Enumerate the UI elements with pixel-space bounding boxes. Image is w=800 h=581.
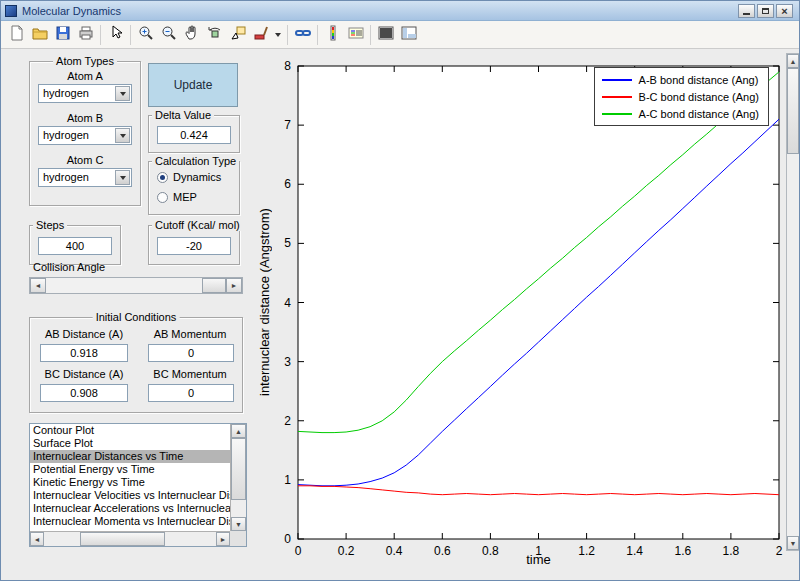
plot-list-item[interactable]: Internuclear Momenta vs Internuclear Dis… bbox=[30, 515, 230, 528]
dynamics-radio-label: Dynamics bbox=[173, 171, 221, 183]
y-tick-label: 3 bbox=[284, 355, 291, 369]
scrollbar-corner bbox=[230, 531, 246, 546]
ab-distance-input[interactable]: 0.918 bbox=[40, 344, 128, 362]
atom-a-label: Atom A bbox=[30, 70, 140, 82]
bc-distance-label: BC Distance (A) bbox=[34, 368, 134, 380]
plot-list-item[interactable]: Potential Energy vs Time bbox=[30, 463, 230, 476]
toolbar-rotate-3d-button[interactable] bbox=[203, 23, 226, 46]
atom-a-select[interactable]: hydrogen bbox=[38, 84, 132, 103]
chevron-down-icon bbox=[120, 176, 126, 180]
pan-icon bbox=[184, 25, 200, 45]
delta-value-panel: Delta Value 0.424 bbox=[148, 115, 240, 153]
scroll-up-button[interactable]: ▲ bbox=[231, 424, 246, 438]
plot-list-item[interactable]: Internuclear Accelerations vs Internucle… bbox=[30, 502, 230, 515]
initial-conditions-panel: Initial Conditions AB Distance (A) AB Mo… bbox=[29, 317, 243, 413]
plot-type-listbox: Contour PlotSurface PlotInternuclear Dis… bbox=[29, 423, 247, 547]
plot-legend[interactable]: A-B bond distance (Ang)B-C bond distance… bbox=[594, 67, 769, 126]
update-button[interactable]: Update bbox=[148, 63, 238, 107]
toolbar-separator bbox=[287, 25, 288, 45]
toolbar-separator bbox=[317, 25, 318, 45]
toolbar-link-plot-button[interactable] bbox=[291, 23, 314, 46]
scroll-left-button[interactable]: ◄ bbox=[30, 532, 44, 546]
plot-list-item[interactable]: Contour Plot bbox=[30, 424, 230, 437]
list-vertical-scrollbar[interactable]: ▲ ▼ bbox=[230, 424, 246, 531]
mep-radio-label: MEP bbox=[173, 191, 197, 203]
delta-value-title: Delta Value bbox=[152, 109, 214, 121]
collision-angle-slider[interactable]: ◄ ► bbox=[29, 277, 243, 294]
close-button[interactable]: × bbox=[776, 4, 793, 18]
toolbar-insert-colorbar-button[interactable] bbox=[321, 23, 344, 46]
atom-c-dropdown-button[interactable] bbox=[115, 170, 130, 185]
close-icon: × bbox=[781, 6, 787, 16]
chevron-down-icon bbox=[275, 33, 281, 37]
toolbar-print-figure-button[interactable] bbox=[74, 23, 97, 46]
minimize-button[interactable] bbox=[738, 4, 755, 18]
chevron-down-icon bbox=[120, 134, 126, 138]
mep-radio-row: MEP bbox=[157, 191, 197, 203]
scroll-thumb[interactable] bbox=[787, 68, 799, 154]
atom-c-value: hydrogen bbox=[43, 171, 89, 183]
toolbar-separator bbox=[100, 25, 101, 45]
bc-distance-input[interactable]: 0.908 bbox=[40, 384, 128, 402]
horizontal-scroll-thumb[interactable] bbox=[80, 532, 165, 546]
ab-momentum-input[interactable]: 0 bbox=[148, 344, 234, 362]
slider-thumb[interactable] bbox=[202, 278, 226, 293]
toolbar-insert-legend-button[interactable] bbox=[344, 23, 367, 46]
data-cursor-icon bbox=[230, 25, 246, 45]
restore-button[interactable] bbox=[757, 4, 774, 18]
list-horizontal-scrollbar[interactable]: ◄ ► bbox=[30, 531, 230, 546]
atom-c-select[interactable]: hydrogen bbox=[38, 168, 132, 187]
brush-dropdown-button[interactable] bbox=[272, 23, 284, 46]
open-file-icon bbox=[32, 25, 48, 45]
toolbar-show-plot-tools-button[interactable] bbox=[397, 23, 420, 46]
chevron-down-icon bbox=[120, 92, 126, 96]
atom-a-dropdown-button[interactable] bbox=[115, 86, 130, 101]
legend-entry: B-C bond distance (Ang) bbox=[602, 89, 759, 104]
atom-b-select[interactable]: hydrogen bbox=[38, 126, 132, 145]
plot-list-item[interactable]: Internuclear Distances vs Time bbox=[30, 450, 230, 463]
y-tick-label: 2 bbox=[284, 414, 291, 428]
link-plot-icon bbox=[295, 25, 311, 45]
steps-input[interactable]: 400 bbox=[38, 237, 112, 255]
toolbar-zoom-in-button[interactable] bbox=[134, 23, 157, 46]
plot-list-item[interactable]: Kinetic Energy vs Time bbox=[30, 476, 230, 489]
toolbar-open-file-button[interactable] bbox=[28, 23, 51, 46]
y-tick-label: 5 bbox=[284, 236, 291, 250]
y-tick-label: 4 bbox=[284, 296, 291, 310]
dynamics-radio[interactable] bbox=[157, 172, 168, 183]
slider-right-arrow-button[interactable]: ► bbox=[226, 278, 242, 293]
toolbar-hide-plot-tools-button[interactable] bbox=[374, 23, 397, 46]
bc-momentum-input[interactable]: 0 bbox=[148, 384, 234, 402]
slider-left-arrow-button[interactable]: ◄ bbox=[30, 278, 46, 293]
zoom-out-icon bbox=[161, 25, 177, 45]
toolbar-zoom-out-button[interactable] bbox=[157, 23, 180, 46]
atom-types-panel: Atom Types Atom A hydrogen Atom B hydrog… bbox=[29, 61, 141, 206]
scroll-up-button[interactable]: ▲ bbox=[787, 54, 799, 68]
toolbar-data-cursor-button[interactable] bbox=[226, 23, 249, 46]
scroll-right-button[interactable]: ► bbox=[216, 532, 230, 546]
toolbar-save-figure-button[interactable] bbox=[51, 23, 74, 46]
vertical-scroll-thumb[interactable] bbox=[231, 438, 246, 500]
titlebar[interactable]: Molecular Dynamics × bbox=[1, 1, 799, 21]
delta-value-input[interactable]: 0.424 bbox=[157, 126, 231, 144]
atom-b-dropdown-button[interactable] bbox=[115, 128, 130, 143]
plot-list-item[interactable]: Surface Plot bbox=[30, 437, 230, 450]
mep-radio[interactable] bbox=[157, 192, 168, 203]
window-title: Molecular Dynamics bbox=[22, 5, 738, 17]
plot-list-item[interactable]: Internuclear Velocities vs Internuclear … bbox=[30, 489, 230, 502]
toolbar-new-figure-button[interactable] bbox=[5, 23, 28, 46]
scroll-down-button[interactable]: ▼ bbox=[787, 536, 799, 550]
brush-data-icon bbox=[253, 25, 269, 45]
atom-c-label: Atom C bbox=[30, 154, 140, 166]
y-tick-label: 1 bbox=[284, 473, 291, 487]
toolbar-edit-plot-button[interactable] bbox=[104, 23, 127, 46]
cutoff-input[interactable]: -20 bbox=[157, 237, 231, 255]
toolbar-brush-data-button[interactable] bbox=[249, 23, 272, 46]
y-tick-label: 6 bbox=[284, 177, 291, 191]
window-vertical-scrollbar[interactable]: ▲ ▼ bbox=[786, 53, 800, 551]
plot-area: 00.20.40.60.811.21.41.61.82012345678 bbox=[251, 51, 787, 563]
scroll-down-button[interactable]: ▼ bbox=[231, 517, 246, 531]
molecular-dynamics-window: Molecular Dynamics × Atom Types Atom A h… bbox=[0, 0, 800, 581]
toolbar-pan-button[interactable] bbox=[180, 23, 203, 46]
toolbar-separator bbox=[130, 25, 131, 45]
